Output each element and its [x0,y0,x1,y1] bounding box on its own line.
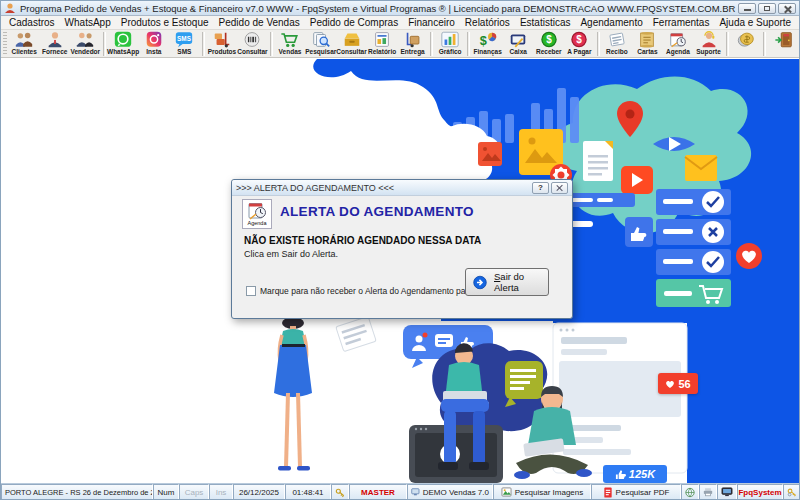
status-insert: Ins [209,484,233,500]
status-globe-cell[interactable] [681,484,699,500]
toolbar-button-vendedor[interactable]: Vendedor [70,31,101,56]
toolbar-label: Fornece [42,48,67,56]
drawer-icon [342,31,362,48]
sair-do-alerta-button[interactable]: Sair do Alerta [465,268,549,296]
status-search-images-button[interactable]: Pesquisar Imagens [493,484,591,500]
toolbar-button-financas[interactable]: $ Finanças [472,31,503,56]
barcode-icon [242,31,262,48]
toolbar-button-a-pagar[interactable]: $ A Pagar [564,31,595,56]
toolbar-label: WhatsApp [107,48,139,56]
toolbar-button-produtos[interactable]: Produtos [207,31,238,56]
dialog-heading: ALERTA DO AGENDAMENTO [280,204,474,219]
status-user: MASTER [349,484,407,500]
toolbar-button-cartas[interactable]: Cartas [632,31,663,56]
keys-icon [787,487,797,498]
toolbar-label: Caixa [510,48,527,56]
toolbar-label: Vendedor [70,48,100,56]
toolbar-label: Cartas [637,48,657,56]
toolbar-button-consultar-barras[interactable]: Consultar [237,31,268,56]
restore-button[interactable] [758,3,776,14]
toolbar-button-vendas[interactable]: Vendas [275,31,306,56]
status-bar: PORTO ALEGRE - RS 26 de Dezembro de 2025… [1,483,800,500]
toolbar-button-pesquisar[interactable]: Pesquisar [305,31,336,56]
chart-icon [440,31,460,48]
toolbar-button-receber[interactable]: $ Receber [534,31,565,56]
status-app-version: DEMO Vendas 7.0 [423,488,489,497]
toolbar-separator [103,32,106,56]
checkbox-label: Marque para não receber o Alerta do Agen… [260,286,489,296]
toolbar-label: Pesquisar [305,48,336,56]
toolbar-label: Clientes [12,48,37,56]
status-search-pdf-button[interactable]: Pesquisar PDF [591,484,681,500]
toolbar-button-moeda[interactable] [731,31,762,48]
status-monitor-cell[interactable] [717,484,737,500]
toolbar-button-caixa[interactable]: Caixa [503,31,534,56]
status-location-date: PORTO ALEGRE - RS 26 de Dezembro de 2025… [1,484,153,500]
sms-icon: SMS [174,31,194,48]
minimize-button[interactable] [738,3,756,14]
toolbar-button-whatsapp[interactable]: WhatsApp [108,31,139,56]
status-search-pdf-label: Pesquisar PDF [616,488,670,497]
checklist-row-x [656,219,731,245]
toolbar-separator [467,32,470,56]
heart-icon [665,379,675,389]
toolbar-separator [597,32,600,56]
status-brand: FpqSystem [737,484,783,500]
finance-icon: $ [478,31,498,48]
toolbar-button-clientes[interactable]: Clientes [9,31,40,56]
toolbar-label: SMS [177,48,191,56]
toolbar-button-sair[interactable] [768,31,799,48]
dialog-help-button[interactable]: ? [532,182,549,194]
toolbar-button-entrega[interactable]: Entrega [397,31,428,56]
toolbar-label: Vendas [279,48,302,56]
toolbar-button-consultar-arquivo[interactable]: Consultar [336,31,367,56]
delivery-icon [403,31,423,48]
suppress-alert-checkbox[interactable]: Marque para não receber o Alerta do Agen… [246,286,489,296]
menu-relatorios[interactable]: Relatórios [460,17,515,28]
toolbar-button-recibo[interactable]: Recibo [602,31,633,56]
heart-circle-icon [736,243,762,269]
globe-icon [685,487,695,498]
clients-icon [14,31,34,48]
status-keys-cell [783,484,800,500]
coin-icon [736,31,756,48]
toolbar-grip [3,32,7,56]
key-icon [335,487,345,498]
envelope-icon [685,155,717,181]
dialog-close-button[interactable] [551,182,568,194]
status-printer-cell[interactable] [699,484,717,500]
menu-cadastros[interactable]: Cadastros [4,17,60,28]
toolbar-separator [430,32,433,56]
products-icon [212,31,232,48]
menu-estatisticas[interactable]: Estatisticas [515,17,576,28]
toolbar-button-relatorio[interactable]: Relatório [367,31,398,56]
menu-financeiro[interactable]: Financeiro [403,17,460,28]
whatsapp-icon [113,31,133,48]
menu-pedido-de-compras[interactable]: Pedido de Compras [305,17,403,28]
menu-pedido-de-vendas[interactable]: Pedido de Vendas [214,17,305,28]
dialog-title: >>> ALERTA DO AGENDAMENTO <<< [236,183,530,193]
close-icon [556,184,563,191]
checkbox-box[interactable] [246,286,256,296]
sellers-icon [75,31,95,48]
status-caps-lock: Caps [179,484,209,500]
dialog-instruction: Clica em Sair do Alerta. [244,249,338,259]
menu-whatsapp[interactable]: WhatsApp [60,17,116,28]
menu-produtos-e-estoque[interactable]: Produtos e Estoque [116,17,214,28]
thumbs-up-icon [615,469,626,480]
toolbar-button-fornece[interactable]: Fornece [39,31,70,56]
toolbar-label: Relatório [368,48,396,56]
status-date: 26/12/2025 [233,484,285,500]
help-icon: ? [538,183,543,192]
close-button[interactable] [778,3,796,14]
arrow-right-icon [473,274,487,291]
toolbar-button-insta[interactable]: Insta [139,31,170,56]
menu-agendamento[interactable]: Agendamento [575,17,647,28]
menu-ferramentas[interactable]: Ferramentas [648,17,715,28]
toolbar-button-grafico[interactable]: Gráfico [435,31,466,56]
menu-ajuda-e-suporte[interactable]: Ajuda e Suporte [714,17,796,28]
toolbar-button-sms[interactable]: SMS SMS [169,31,200,56]
agenda-icon [668,31,688,48]
toolbar-button-suporte[interactable]: Suporte [693,31,724,56]
toolbar-button-agenda[interactable]: Agenda [663,31,694,56]
